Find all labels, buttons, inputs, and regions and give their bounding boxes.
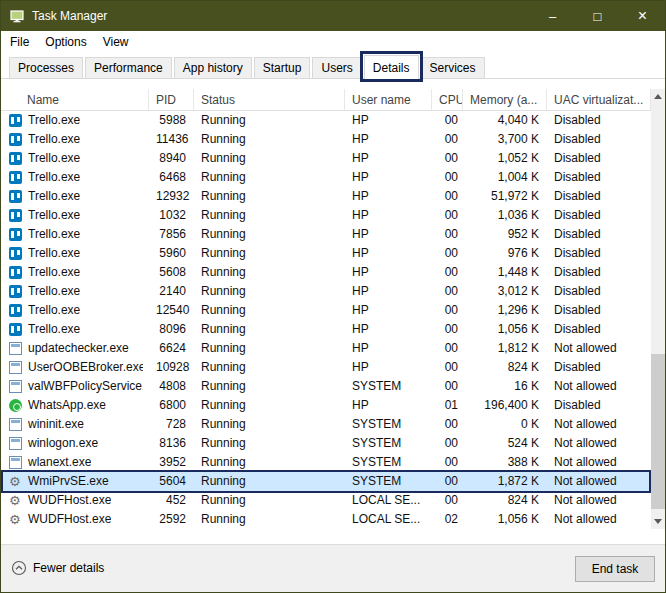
process-row[interactable]: Trello.exe 8096 Running HP 00 1,056 K Di… bbox=[1, 320, 651, 339]
maximize-button[interactable]: □ bbox=[575, 1, 620, 31]
column-header[interactable]: PID bbox=[149, 89, 194, 110]
process-row[interactable]: Trello.exe 1032 Running HP 00 1,036 K Di… bbox=[1, 206, 651, 225]
process-icon bbox=[9, 152, 22, 165]
process-cpu: 00 bbox=[432, 301, 463, 320]
process-user: HP bbox=[345, 111, 432, 130]
process-memory: 196,400 K bbox=[463, 396, 547, 415]
tab[interactable]: Processes bbox=[9, 57, 83, 78]
process-pid: 3952 bbox=[149, 453, 194, 472]
process-icon bbox=[9, 380, 22, 393]
process-name: updatechecker.exe bbox=[28, 339, 129, 358]
process-row[interactable]: wlanext.exe 3952 Running SYSTEM 00 388 K… bbox=[1, 453, 651, 472]
process-status: Running bbox=[194, 244, 345, 263]
process-icon bbox=[9, 475, 22, 488]
process-user: HP bbox=[345, 263, 432, 282]
close-button[interactable]: × bbox=[620, 1, 665, 31]
process-cpu: 00 bbox=[432, 244, 463, 263]
process-row[interactable]: Trello.exe 5988 Running HP 00 4,040 K Di… bbox=[1, 111, 651, 130]
process-row[interactable]: Trello.exe 8940 Running HP 00 1,052 K Di… bbox=[1, 149, 651, 168]
process-memory: 1,296 K bbox=[463, 301, 547, 320]
process-name: WmiPrvSE.exe bbox=[28, 472, 109, 491]
window-title: Task Manager bbox=[32, 9, 107, 23]
process-user: HP bbox=[345, 358, 432, 377]
menu-item[interactable]: File bbox=[2, 32, 37, 52]
process-row[interactable]: WmiPrvSE.exe 5604 Running SYSTEM 00 1,87… bbox=[1, 472, 651, 491]
tab[interactable]: Startup bbox=[254, 57, 311, 78]
column-header[interactable]: User name bbox=[345, 89, 432, 110]
process-row[interactable]: Trello.exe 7856 Running HP 00 952 K Disa… bbox=[1, 225, 651, 244]
process-status: Running bbox=[194, 187, 345, 206]
process-icon bbox=[9, 456, 22, 469]
column-header[interactable]: UAC virtualizat... bbox=[547, 89, 651, 110]
process-row[interactable]: valWBFPolicyService... 4808 Running SYST… bbox=[1, 377, 651, 396]
process-icon bbox=[9, 418, 22, 431]
process-row[interactable]: WUDFHost.exe 2592 Running LOCAL SE... 02… bbox=[1, 510, 651, 529]
tab[interactable]: App history bbox=[174, 57, 252, 78]
process-row[interactable]: Trello.exe 12932 Running HP 00 51,972 K … bbox=[1, 187, 651, 206]
process-uac: Disabled bbox=[547, 396, 651, 415]
process-name: Trello.exe bbox=[28, 263, 80, 282]
scroll-up-icon[interactable] bbox=[651, 89, 665, 104]
process-pid: 1032 bbox=[149, 206, 194, 225]
scrollbar[interactable] bbox=[651, 89, 665, 529]
end-task-button[interactable]: End task bbox=[575, 556, 655, 582]
process-pid: 452 bbox=[149, 491, 194, 510]
process-uac: Disabled bbox=[547, 225, 651, 244]
process-status: Running bbox=[194, 225, 345, 244]
tab[interactable]: Performance bbox=[85, 57, 172, 78]
process-cpu: 01 bbox=[432, 396, 463, 415]
process-row[interactable]: Trello.exe 5960 Running HP 00 976 K Disa… bbox=[1, 244, 651, 263]
process-user: HP bbox=[345, 282, 432, 301]
tab[interactable]: Details bbox=[364, 55, 419, 79]
process-row[interactable]: UserOOBEBroker.exe 10928 Running HP 00 8… bbox=[1, 358, 651, 377]
process-icon bbox=[9, 114, 22, 127]
process-status: Running bbox=[194, 263, 345, 282]
window-controls: – □ × bbox=[530, 1, 665, 31]
process-status: Running bbox=[194, 168, 345, 187]
process-icon bbox=[9, 323, 22, 336]
details-pane: NamePIDStatusUser nameCPUMemory (a...UAC… bbox=[1, 79, 665, 546]
process-name: wlanext.exe bbox=[28, 453, 91, 472]
column-header[interactable]: CPU bbox=[432, 89, 463, 110]
column-header[interactable]: Name bbox=[1, 89, 149, 110]
minimize-button[interactable]: – bbox=[530, 1, 575, 31]
process-icon bbox=[9, 361, 22, 374]
column-header[interactable]: Memory (a... bbox=[463, 89, 547, 110]
process-row[interactable]: Trello.exe 6468 Running HP 00 1,004 K Di… bbox=[1, 168, 651, 187]
column-header[interactable]: Status bbox=[194, 89, 345, 110]
menu-item[interactable]: View bbox=[95, 32, 137, 52]
menu-bar: FileOptionsView bbox=[1, 31, 665, 53]
process-row[interactable]: WUDFHost.exe 452 Running LOCAL SE... 00 … bbox=[1, 491, 651, 510]
table-header: NamePIDStatusUser nameCPUMemory (a...UAC… bbox=[1, 89, 651, 111]
process-row[interactable]: Trello.exe 5608 Running HP 00 1,448 K Di… bbox=[1, 263, 651, 282]
process-row[interactable]: winlogon.exe 8136 Running SYSTEM 00 524 … bbox=[1, 434, 651, 453]
process-uac: Not allowed bbox=[547, 339, 651, 358]
process-uac: Not allowed bbox=[547, 472, 651, 491]
tab[interactable]: Services bbox=[421, 57, 485, 78]
fewer-details-button[interactable]: Fewer details bbox=[11, 560, 104, 576]
process-row[interactable]: WhatsApp.exe 6800 Running HP 01 196,400 … bbox=[1, 396, 651, 415]
process-status: Running bbox=[194, 206, 345, 225]
process-memory: 4,040 K bbox=[463, 111, 547, 130]
process-row[interactable]: updatechecker.exe 6624 Running HP 00 1,8… bbox=[1, 339, 651, 358]
process-pid: 4808 bbox=[149, 377, 194, 396]
process-row[interactable]: Trello.exe 2140 Running HP 00 3,012 K Di… bbox=[1, 282, 651, 301]
scroll-down-icon[interactable] bbox=[651, 514, 665, 529]
process-cpu: 02 bbox=[432, 510, 463, 529]
process-user: HP bbox=[345, 320, 432, 339]
process-row[interactable]: wininit.exe 728 Running SYSTEM 00 0 K No… bbox=[1, 415, 651, 434]
process-row[interactable]: Trello.exe 11436 Running HP 00 3,700 K D… bbox=[1, 130, 651, 149]
scrollbar-thumb[interactable] bbox=[651, 354, 665, 509]
process-row[interactable]: Trello.exe 12540 Running HP 00 1,296 K D… bbox=[1, 301, 651, 320]
process-user: HP bbox=[345, 396, 432, 415]
process-name: Trello.exe bbox=[28, 301, 80, 320]
process-cpu: 00 bbox=[432, 263, 463, 282]
process-status: Running bbox=[194, 282, 345, 301]
process-name: wininit.exe bbox=[28, 415, 84, 434]
menu-item[interactable]: Options bbox=[37, 32, 94, 52]
process-pid: 5608 bbox=[149, 263, 194, 282]
tab[interactable]: Users bbox=[312, 57, 361, 78]
process-icon bbox=[9, 304, 22, 317]
process-status: Running bbox=[194, 301, 345, 320]
process-memory: 3,012 K bbox=[463, 282, 547, 301]
